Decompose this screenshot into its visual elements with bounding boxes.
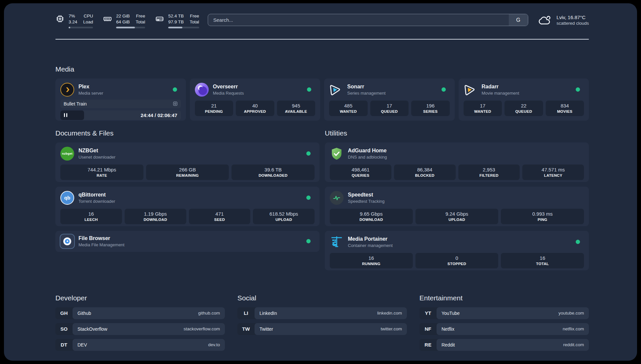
app-card-plex[interactable]: Plex Media server Bullet Train xyxy=(55,78,186,121)
app-desc: Speedtest Tracking xyxy=(348,199,384,204)
app-name: qBittorrent xyxy=(78,192,115,198)
stat-download: 9.65 Gbps DOWNLOAD xyxy=(330,209,413,224)
stat-rate: 744.21 Mbps RATE xyxy=(60,165,143,180)
stat-queued: 22 QUEUED xyxy=(504,101,543,116)
stat-filtered: 2,953 FILTERED xyxy=(458,165,520,180)
disk-progress-bar xyxy=(168,27,199,28)
cloud-icon xyxy=(538,13,552,27)
search-input[interactable] xyxy=(208,14,509,26)
memory-icon xyxy=(103,14,112,23)
plex-icon xyxy=(60,83,74,97)
app-name: Radarr xyxy=(482,83,519,90)
bookmark-abbr: TW xyxy=(237,323,255,335)
cpu-labels: CPU Load xyxy=(83,13,93,25)
app-card-sonarr[interactable]: Sonarr Series management 485 WANTED 17 Q… xyxy=(324,78,455,121)
app-desc: Usenet downloader xyxy=(78,155,115,160)
filebrowser-icon xyxy=(60,234,74,248)
section-heading-social: Social xyxy=(237,294,407,302)
bookmark-url: reddit.com xyxy=(563,342,584,347)
app-card-nzbget[interactable]: nzbget NZBGet Usenet downloader 744.21 M… xyxy=(55,142,320,182)
bookmark-abbr: LI xyxy=(237,307,255,319)
app-name: Plex xyxy=(78,83,103,90)
bookmark-name: LinkedIn xyxy=(259,311,277,316)
stat-movies: 834 MOVIES xyxy=(546,101,584,116)
bookmark-url: twitter.com xyxy=(381,326,402,331)
bookmark-stackoverflow[interactable]: SO StackOverflow stackoverflow.com xyxy=(55,323,225,335)
app-name: Media Portainer xyxy=(348,236,393,242)
bookmark-reddit[interactable]: RE Reddit reddit.com xyxy=(419,339,589,351)
app-card-speedtest[interactable]: Speedtest Speedtest Tracking 9.65 Gbps D… xyxy=(325,187,589,226)
app-name: File Browser xyxy=(78,235,124,241)
search-engine-button[interactable]: G xyxy=(509,14,528,26)
app-name: Speedtest xyxy=(348,192,384,198)
bookmark-abbr: DT xyxy=(55,339,73,351)
stat-wanted: 17 WANTED xyxy=(464,101,502,116)
app-name: Overseerr xyxy=(213,83,244,90)
utilities-column: Utilities xyxy=(325,129,589,270)
app-desc: Movie management xyxy=(482,91,519,96)
stat-download: 1.19 Gbps DOWNLOAD xyxy=(125,209,186,224)
bookmark-column-social: Social LI LinkedIn linkedin.com TW Twitt… xyxy=(237,294,407,351)
bookmark-name: YouTube xyxy=(442,311,460,316)
top-bar: 7% 3.24 CPU Load xyxy=(55,3,589,28)
search-bar: G xyxy=(208,14,528,26)
weather-location-temp: Lviv, 16.87°C xyxy=(557,15,589,20)
stat-upload: 9.24 Gbps UPLOAD xyxy=(415,209,499,224)
stat-ping: 0.993 ms PING xyxy=(501,209,584,224)
app-desc: Media server xyxy=(78,91,103,96)
status-dot-online xyxy=(306,196,311,200)
status-dot-online xyxy=(306,239,311,243)
app-card-overseerr[interactable]: Overseerr Media Requests 21 PENDING 40 A… xyxy=(190,78,320,121)
bookmark-twitter[interactable]: TW Twitter twitter.com xyxy=(237,323,407,335)
section-heading-media: Media xyxy=(55,65,589,73)
stat-blocked: 86,384 BLOCKED xyxy=(394,165,456,180)
bookmark-netflix[interactable]: NF Netflix netflix.com xyxy=(419,323,589,335)
app-card-qbittorrent[interactable]: qb qBittorrent Torrent downloader 16 LEE… xyxy=(55,187,320,226)
pause-icon[interactable] xyxy=(64,113,67,117)
bookmark-name: Github xyxy=(77,311,91,316)
bookmark-abbr: RE xyxy=(419,339,437,351)
system-stats: 7% 3.24 CPU Load xyxy=(55,13,199,28)
session-title: Bullet Train xyxy=(64,101,87,106)
stat-wanted: 485 WANTED xyxy=(329,101,368,116)
bookmark-youtube[interactable]: YT YouTube youtube.com xyxy=(419,307,589,319)
status-dot-online xyxy=(173,87,177,92)
app-card-adguard[interactable]: AdGuard Home DNS and adblocking 498,461 … xyxy=(325,142,589,182)
bookmark-url: stackoverflow.com xyxy=(184,326,220,331)
status-dot-online xyxy=(307,87,311,92)
weather-widget[interactable]: Lviv, 16.87°C scattered clouds xyxy=(538,13,589,27)
portainer-icon xyxy=(330,235,344,249)
stat-series: 196 SERIES xyxy=(411,101,450,116)
status-dot-online xyxy=(306,151,311,156)
app-desc: Media Requests xyxy=(213,91,244,96)
section-heading-utilities: Utilities xyxy=(325,129,589,137)
bookmark-github[interactable]: GH Github github.com xyxy=(55,307,225,319)
stat-latency: 47.571 ms LATENCY xyxy=(522,165,584,180)
bookmark-abbr: NF xyxy=(419,323,437,335)
speedtest-icon xyxy=(330,191,344,205)
app-desc: Media File Management xyxy=(78,242,124,247)
bookmarks-area: Developer GH Github github.com SO StackO… xyxy=(55,294,589,351)
bookmark-name: Reddit xyxy=(442,342,455,348)
session-device-icon xyxy=(172,101,178,106)
app-card-portainer[interactable]: Media Portainer Container management 16 … xyxy=(325,231,589,270)
bookmark-url: dev.to xyxy=(208,342,220,347)
bookmark-linkedin[interactable]: LI LinkedIn linkedin.com xyxy=(237,307,407,319)
bookmark-url: youtube.com xyxy=(559,311,584,316)
qbittorrent-icon: qb xyxy=(60,191,74,205)
section-heading-developer: Developer xyxy=(55,294,225,302)
section-heading-documents: Documents & Files xyxy=(55,129,320,137)
cpu-stat: 7% 3.24 CPU Load xyxy=(55,13,93,28)
stat-pending: 21 PENDING xyxy=(195,101,233,116)
disk-stat: 52.4 TB 97.9 TB Free Total xyxy=(155,13,199,28)
app-card-filebrowser[interactable]: File Browser Media File Management xyxy=(55,231,320,252)
memory-values: 22 GiB 64 GiB xyxy=(116,13,130,25)
app-card-radarr[interactable]: Radarr Movie management 17 WANTED 22 QUE… xyxy=(459,78,589,121)
media-grid: Plex Media server Bullet Train xyxy=(55,78,589,121)
app-desc: Torrent downloader xyxy=(78,199,115,204)
stat-queued: 17 QUEUED xyxy=(370,101,409,116)
stat-remaining: 266 GB REMAINING xyxy=(146,165,229,180)
stat-total: 16 TOTAL xyxy=(501,253,584,268)
bookmark-dev[interactable]: DT DEV dev.to xyxy=(55,339,225,351)
overseerr-icon xyxy=(195,83,209,97)
